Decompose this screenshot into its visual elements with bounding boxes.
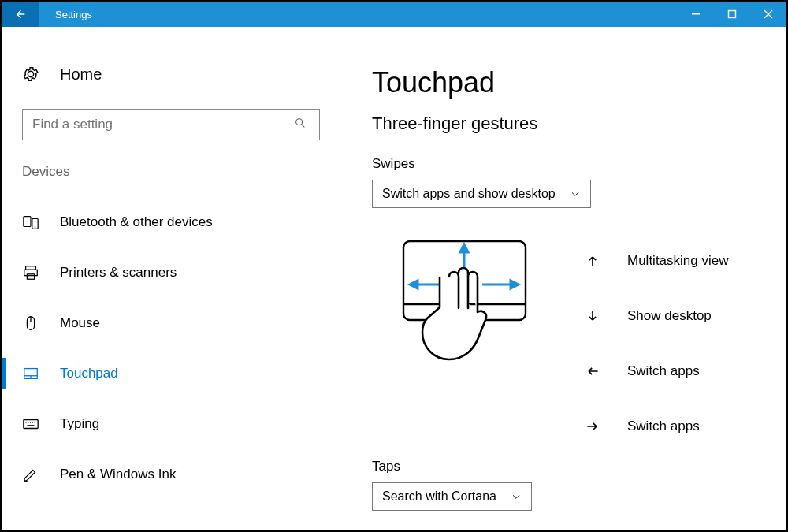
sidebar-item-label: Typing — [60, 416, 99, 432]
gesture-row-left: Switch apps — [577, 344, 729, 399]
section-title: Three-finger gestures — [372, 113, 786, 134]
sidebar-item-bluetooth[interactable]: Bluetooth & other devices — [2, 197, 340, 247]
svg-line-3 — [302, 125, 304, 127]
svg-marker-26 — [460, 244, 468, 252]
minimize-icon — [691, 9, 701, 19]
arrow-down-icon — [577, 308, 608, 324]
sidebar-item-label: Mouse — [60, 315, 100, 331]
arrow-left-icon — [14, 8, 27, 20]
chevron-down-icon — [511, 491, 522, 502]
home-label: Home — [60, 65, 102, 84]
pen-icon — [22, 466, 44, 483]
close-icon — [764, 9, 773, 19]
gesture-mapping-list: Multitasking view Show desktop Switch ap… — [577, 233, 729, 454]
sidebar-item-printers[interactable]: Printers & scanners — [2, 247, 340, 298]
swipes-label: Swipes — [372, 156, 786, 172]
search-box[interactable] — [22, 109, 320, 140]
gesture-label: Show desktop — [627, 308, 712, 324]
page-title: Touchpad — [372, 66, 786, 99]
sidebar-item-mouse[interactable]: Mouse — [2, 298, 340, 348]
taps-dropdown[interactable]: Search with Cortana — [372, 482, 532, 511]
gear-icon — [22, 65, 44, 83]
svg-rect-0 — [692, 13, 700, 15]
taps-value: Search with Cortana — [382, 489, 496, 504]
sidebar-item-label: Pen & Windows Ink — [60, 467, 176, 482]
arrow-up-icon — [577, 253, 608, 269]
gesture-label: Multitasking view — [627, 253, 729, 269]
sidebar-item-typing[interactable]: Typing — [2, 399, 340, 449]
svg-marker-30 — [511, 281, 519, 288]
touchpad-icon — [22, 365, 44, 382]
svg-rect-4 — [24, 217, 31, 227]
printer-icon — [22, 264, 44, 281]
sidebar-item-label: Touchpad — [60, 366, 118, 381]
svg-point-6 — [35, 226, 36, 228]
svg-rect-15 — [24, 420, 38, 429]
svg-rect-8 — [24, 270, 38, 275]
swipes-dropdown[interactable]: Switch apps and show desktop — [372, 180, 591, 208]
search-icon — [294, 117, 310, 132]
main-content: Touchpad Three-finger gestures Swipes Sw… — [340, 27, 786, 530]
window-title: Settings — [55, 9, 92, 20]
gesture-row-down: Show desktop — [577, 288, 729, 344]
back-button[interactable] — [2, 2, 39, 27]
maximize-icon — [727, 9, 737, 19]
sidebar-item-label: Printers & scanners — [60, 265, 177, 281]
arrow-left-icon — [577, 363, 608, 379]
gesture-label: Switch apps — [627, 363, 700, 379]
gesture-row-up: Multitasking view — [577, 233, 729, 288]
svg-marker-28 — [410, 281, 418, 288]
chevron-down-icon — [570, 188, 581, 199]
gesture-label: Switch apps — [627, 419, 700, 434]
keyboard-icon — [22, 415, 44, 433]
arrow-right-icon — [577, 419, 608, 434]
svg-rect-1 — [729, 11, 736, 18]
sidebar-group-header: Devices — [2, 164, 340, 180]
minimize-button[interactable] — [678, 2, 714, 27]
close-button[interactable] — [750, 2, 786, 27]
sidebar-item-label: Bluetooth & other devices — [60, 214, 213, 230]
svg-point-2 — [296, 119, 303, 125]
title-bar: Settings — [2, 2, 786, 27]
sidebar: Home Devices Bluetooth & other devices P… — [2, 27, 340, 530]
taps-label: Taps — [372, 459, 786, 474]
svg-rect-9 — [27, 274, 34, 279]
maximize-button[interactable] — [714, 2, 750, 27]
search-input[interactable] — [32, 117, 294, 132]
touchpad-gesture-diagram — [396, 233, 553, 441]
sidebar-item-pen[interactable]: Pen & Windows Ink — [2, 449, 340, 500]
sidebar-item-touchpad[interactable]: Touchpad — [2, 348, 340, 399]
sidebar-home[interactable]: Home — [2, 58, 340, 90]
bluetooth-devices-icon — [22, 214, 44, 231]
mouse-icon — [22, 314, 44, 332]
svg-rect-7 — [26, 266, 36, 270]
gesture-row-right: Switch apps — [577, 399, 729, 454]
swipes-value: Switch apps and show desktop — [382, 187, 556, 201]
